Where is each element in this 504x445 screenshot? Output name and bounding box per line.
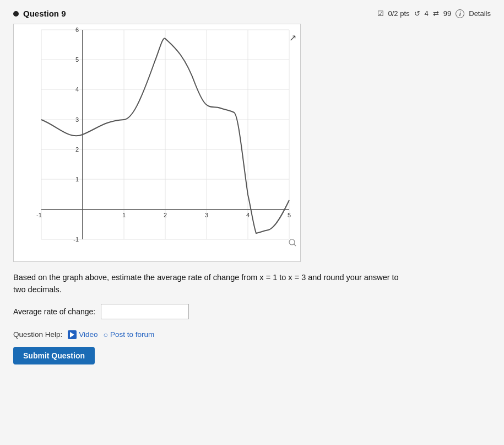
magnifier-icon: [289, 239, 296, 246]
video-icon: [68, 330, 77, 339]
x-tick-2: 2: [164, 212, 167, 218]
svg-line-19: [294, 244, 296, 246]
checkbox-icon: ☑: [377, 9, 384, 18]
question-text: Based on the graph above, estimate the a…: [13, 272, 399, 296]
svg-point-18: [289, 239, 295, 245]
y-tick-3: 3: [75, 116, 79, 123]
cursor-arrow: ↗: [289, 33, 296, 42]
video-label: Video: [79, 330, 97, 339]
submissions-count: 99: [443, 9, 451, 18]
graph-wrapper: -1 1 2 3 4 5 5 4 3 2 1 -1 6 ↗: [13, 24, 301, 262]
retries-count: 4: [425, 9, 429, 18]
question-meta: ☑ 0/2 pts ↺ 4 ⇄ 99 i Details: [377, 9, 491, 18]
forum-link[interactable]: ○ Post to forum: [104, 330, 155, 339]
avg-rate-input[interactable]: [101, 304, 189, 319]
question-help: Question Help: Video ○ Post to forum: [13, 330, 491, 339]
details-link[interactable]: Details: [469, 9, 491, 18]
submissions-icon: ⇄: [433, 9, 439, 18]
y-tick-5: 5: [75, 56, 79, 63]
forum-icon: ○: [104, 330, 108, 339]
question-number: Question 9: [23, 9, 66, 18]
question-title: Question 9: [13, 9, 66, 18]
y-tick-1: 1: [75, 176, 79, 183]
x-tick-3: 3: [205, 212, 208, 218]
help-label: Question Help:: [13, 330, 62, 339]
question-header: Question 9 ☑ 0/2 pts ↺ 4 ⇄ 99 i Details: [13, 9, 491, 18]
question-dot: [13, 11, 19, 17]
y-tick-2: 2: [75, 146, 79, 153]
question-description: Based on the graph above, estimate the a…: [13, 273, 399, 294]
info-icon[interactable]: i: [456, 9, 464, 18]
y-tick--1: -1: [73, 236, 79, 243]
video-link[interactable]: Video: [68, 330, 97, 339]
x-tick-5: 5: [288, 212, 291, 218]
retry-icon[interactable]: ↺: [414, 9, 420, 18]
graph-svg: -1 1 2 3 4 5 5 4 3 2 1 -1 6 ↗: [14, 24, 300, 261]
submit-button[interactable]: Submit Question: [13, 347, 95, 364]
page-container: Question 9 ☑ 0/2 pts ↺ 4 ⇄ 99 i Details: [0, 0, 504, 445]
pts-label: 0/2 pts: [388, 9, 410, 18]
x-tick--1: -1: [36, 212, 42, 218]
y-tick-6: 6: [75, 26, 79, 33]
y-tick-4: 4: [75, 86, 79, 93]
avg-rate-label: Average rate of change:: [13, 307, 95, 316]
avg-rate-row: Average rate of change:: [13, 304, 491, 319]
forum-label: Post to forum: [110, 330, 154, 339]
x-tick-4: 4: [246, 212, 250, 218]
x-tick-1: 1: [122, 212, 126, 218]
